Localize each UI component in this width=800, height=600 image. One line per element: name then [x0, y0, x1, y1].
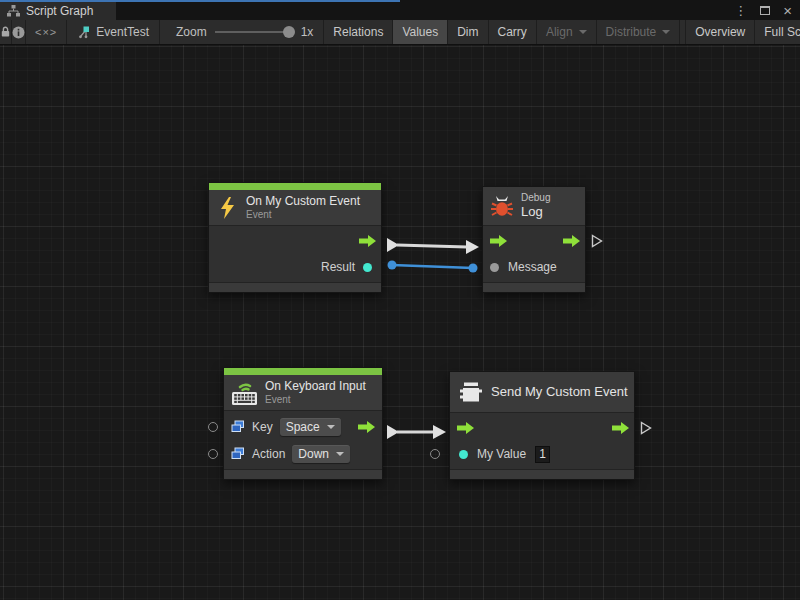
setting-row-key: Key Space [224, 413, 382, 440]
node-subtitle: Event [265, 394, 366, 406]
node-header: Debug Log [483, 187, 585, 226]
close-icon[interactable]: × [783, 3, 792, 18]
result-port-label: Result [321, 260, 355, 274]
graph-name: EventTest [96, 25, 149, 39]
node-footer [483, 282, 585, 292]
zoom-slider-track [215, 31, 293, 33]
relations-button[interactable]: Relations [324, 20, 393, 44]
dim-button[interactable]: Dim [448, 20, 488, 44]
flow-output-port[interactable] [563, 235, 580, 247]
node-on-my-custom-event[interactable]: On My Custom Event Event Result [208, 182, 382, 293]
node-send-my-custom-event[interactable]: Send My Custom Event [449, 371, 635, 480]
my-value-port[interactable] [459, 450, 468, 459]
flow-input-port[interactable] [490, 235, 507, 247]
flow-continuation-icon [640, 421, 652, 435]
hierarchy-icon [7, 5, 20, 17]
port-row [209, 228, 381, 254]
node-header: On Keyboard Input Event [224, 375, 382, 411]
bug-icon [491, 195, 513, 218]
node-footer [450, 469, 634, 479]
action-dropdown[interactable]: Down [292, 445, 350, 463]
graph-asset-icon [77, 26, 90, 39]
my-value-label: My Value [477, 447, 526, 461]
event-accent-bar [209, 183, 381, 190]
flow-output-port[interactable] [359, 235, 376, 247]
distribute-dropdown[interactable]: Distribute [597, 20, 681, 44]
node-title: Send My Custom Event [491, 384, 628, 400]
node-debug-log[interactable]: Debug Log Mess [482, 186, 586, 293]
setting-row-action: Action Down [224, 440, 382, 467]
tab-script-graph[interactable]: Script Graph [0, 0, 116, 20]
info-icon [12, 26, 25, 39]
action-dropdown-value: Down [298, 447, 329, 461]
port-row: My Value [450, 441, 634, 467]
unconnected-port-circle[interactable] [208, 449, 218, 459]
toolbar-buttons: Relations Values Dim Carry Align Distrib… [324, 20, 800, 44]
lock-icon [0, 26, 11, 38]
message-value-port[interactable] [490, 263, 499, 272]
unconnected-port-circle[interactable] [208, 422, 218, 432]
node-title: On Keyboard Input [265, 379, 366, 394]
wire-flow-keyboard-to-sendevent[interactable] [387, 425, 446, 439]
inspect-button[interactable] [12, 20, 26, 44]
lock-button[interactable] [0, 20, 12, 44]
edit-code-button[interactable]: <×> [26, 20, 67, 44]
node-body: Result [209, 226, 381, 282]
event-accent-bar [224, 368, 382, 375]
enum-icon [231, 447, 245, 460]
port-row: Result [209, 254, 381, 280]
key-dropdown[interactable]: Space [280, 418, 341, 436]
my-value-input[interactable] [535, 446, 550, 463]
fullscreen-button[interactable]: Full Screen [755, 20, 800, 44]
graph-breadcrumb[interactable]: EventTest [67, 20, 160, 44]
chevron-down-icon [662, 30, 670, 34]
zoom-slider[interactable] [215, 26, 293, 38]
node-footer [209, 282, 381, 292]
node-title: On My Custom Event [246, 194, 360, 209]
message-port-label: Message [508, 260, 557, 274]
script-graph-window: Script Graph ⋮ × [0, 0, 800, 600]
node-title: Log [521, 204, 550, 220]
flow-input-port[interactable] [457, 422, 474, 434]
tab-title: Script Graph [26, 4, 93, 18]
node-on-keyboard-input[interactable]: On Keyboard Input Event Key Space [223, 367, 383, 480]
zoom-value: 1x [301, 25, 314, 39]
wire-value-result-to-message[interactable] [388, 261, 478, 273]
flow-output-port[interactable] [358, 421, 375, 433]
port-row: Message [483, 254, 585, 280]
result-value-port[interactable] [363, 263, 372, 272]
zoom-control: Zoom 1x [160, 20, 324, 44]
lightning-icon [216, 196, 238, 220]
maximize-icon[interactable] [760, 6, 770, 15]
chevron-down-icon [336, 452, 344, 456]
unconnected-port-circle[interactable] [430, 449, 440, 459]
flow-output-port[interactable] [612, 422, 629, 434]
values-button[interactable]: Values [393, 20, 448, 44]
key-dropdown-value: Space [286, 420, 320, 434]
keyboard-icon [231, 380, 258, 406]
carry-button[interactable]: Carry [489, 20, 537, 44]
port-row [483, 228, 585, 254]
zoom-label: Zoom [176, 25, 207, 39]
flow-continuation-icon [591, 234, 603, 248]
window-controls: ⋮ × [734, 0, 792, 20]
wire-flow-customevent-to-log[interactable] [387, 238, 479, 254]
menu-dots-icon[interactable]: ⋮ [734, 4, 747, 17]
node-subtitle: Event [246, 209, 360, 221]
align-dropdown[interactable]: Align [537, 20, 597, 44]
node-header: On My Custom Event Event [209, 190, 381, 226]
node-surtitle: Debug [521, 192, 550, 204]
zoom-slider-handle[interactable] [283, 26, 295, 38]
graph-toolbar: <×> EventTest Zoom 1x Relations [0, 20, 800, 45]
chevron-down-icon [327, 425, 335, 429]
graph-canvas[interactable]: On My Custom Event Event Result [0, 45, 800, 600]
connections-layer [0, 45, 800, 600]
overview-button[interactable]: Overview [685, 20, 755, 44]
node-header: Send My Custom Event [450, 372, 634, 413]
titlebar: Script Graph ⋮ × [0, 0, 800, 20]
node-body: Key Space [224, 411, 382, 469]
node-body: Message [483, 226, 585, 282]
node-body: My Value [450, 413, 634, 469]
focus-highlight-line [0, 0, 400, 2]
port-row [450, 415, 634, 441]
